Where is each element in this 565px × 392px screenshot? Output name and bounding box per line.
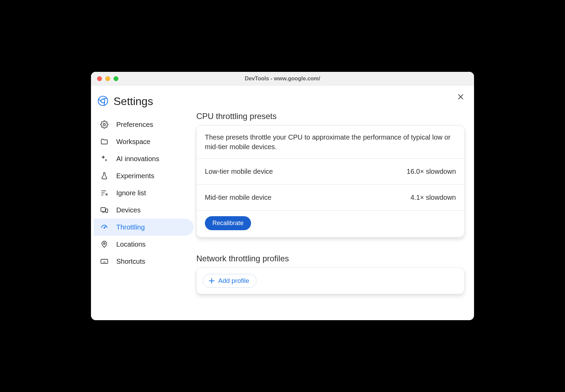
main-content: CPU throttling presets These presets thr…: [194, 86, 474, 320]
sidebar-item-label: Devices: [116, 206, 141, 214]
keyboard-icon: [100, 257, 109, 266]
add-profile-button[interactable]: Add profile: [203, 274, 257, 288]
preset-value: 4.1× slowdown: [410, 194, 456, 201]
cpu-presets-card: These presets throttle your CPU to appro…: [196, 125, 464, 237]
sidebar-item-label: Throttling: [116, 223, 145, 231]
sidebar-item-ai-innovations[interactable]: AI innovations: [94, 150, 194, 167]
svg-point-4: [103, 123, 105, 126]
close-window-button[interactable]: [97, 76, 102, 81]
cpu-presets-heading: CPU throttling presets: [196, 112, 464, 121]
svg-rect-14: [101, 259, 108, 263]
sidebar: Settings Preferences Workspace: [91, 86, 194, 320]
cpu-card-footer: Recalibrate: [197, 211, 464, 237]
plus-icon: [208, 277, 215, 285]
sidebar-list: Preferences Workspace AI innovations: [94, 116, 194, 270]
folder-icon: [100, 137, 109, 146]
titlebar: DevTools - www.google.com/: [91, 72, 474, 86]
fullscreen-window-button[interactable]: [114, 76, 118, 81]
sidebar-item-label: Experiments: [116, 172, 154, 180]
sidebar-item-label: Shortcuts: [116, 258, 145, 265]
sidebar-item-label: Preferences: [116, 121, 153, 129]
preset-value: 16.0× slowdown: [407, 168, 456, 175]
preset-name: Mid-tier mobile device: [205, 194, 272, 201]
sidebar-item-ignore-list[interactable]: Ignore list: [94, 184, 194, 201]
sidebar-item-preferences[interactable]: Preferences: [94, 116, 194, 133]
sparkles-icon: [100, 154, 109, 163]
sidebar-item-throttling[interactable]: Throttling: [94, 219, 194, 236]
location-pin-icon: [100, 240, 109, 249]
network-profiles-card: Add profile: [196, 267, 464, 294]
chrome-icon: [98, 96, 108, 107]
devices-icon: [100, 206, 109, 214]
filter-x-icon: [100, 188, 109, 197]
window-title: DevTools - www.google.com/: [97, 76, 468, 82]
sidebar-item-label: Ignore list: [116, 189, 146, 197]
devtools-window: DevTools - www.google.com/ Settings Pref…: [91, 72, 474, 320]
sidebar-item-devices[interactable]: Devices: [94, 201, 194, 219]
svg-point-2: [98, 96, 108, 106]
svg-point-12: [104, 227, 105, 228]
sidebar-item-label: AI innovations: [116, 155, 159, 163]
sidebar-item-label: Locations: [116, 240, 146, 248]
network-profiles-heading: Network throttling profiles: [196, 254, 464, 263]
cpu-presets-description: These presets throttle your CPU to appro…: [197, 126, 464, 159]
preset-row-mid-tier: Mid-tier mobile device 4.1× slowdown: [197, 185, 464, 211]
traffic-lights: [97, 76, 118, 81]
preset-row-low-tier: Low-tier mobile device 16.0× slowdown: [197, 159, 464, 185]
add-profile-label: Add profile: [218, 277, 249, 285]
sidebar-item-shortcuts[interactable]: Shortcuts: [94, 253, 194, 270]
minimize-window-button[interactable]: [105, 76, 110, 81]
recalibrate-button[interactable]: Recalibrate: [205, 216, 251, 230]
speedometer-icon: [100, 223, 109, 232]
page-title: Settings: [114, 95, 153, 108]
close-settings-button[interactable]: [457, 93, 464, 102]
svg-rect-10: [101, 208, 105, 211]
flask-icon: [100, 171, 109, 180]
gear-icon: [100, 120, 109, 129]
sidebar-item-workspace[interactable]: Workspace: [94, 133, 194, 150]
settings-header: Settings: [94, 95, 194, 116]
sidebar-item-locations[interactable]: Locations: [94, 236, 194, 253]
svg-point-13: [104, 243, 105, 245]
svg-rect-11: [106, 209, 108, 212]
preset-name: Low-tier mobile device: [205, 168, 273, 175]
sidebar-item-label: Workspace: [116, 138, 150, 146]
sidebar-item-experiments[interactable]: Experiments: [94, 167, 194, 184]
